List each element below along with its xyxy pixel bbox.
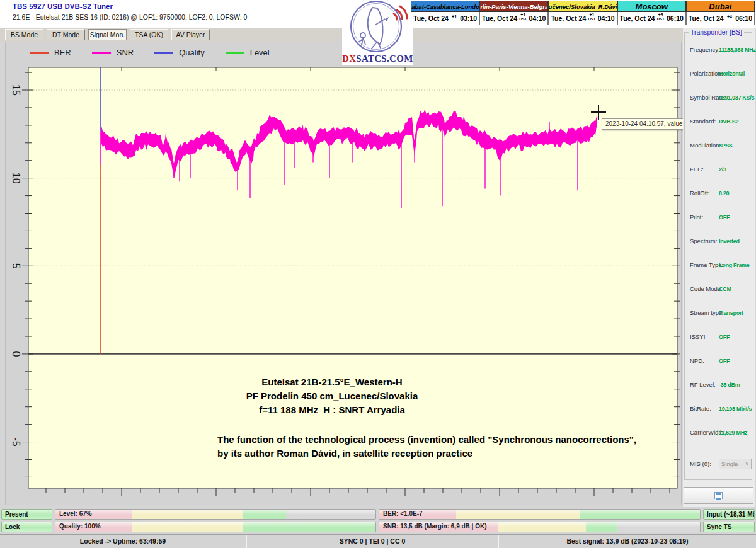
field-label: RollOff: bbox=[690, 190, 719, 197]
present-indicator: Present bbox=[1, 509, 52, 520]
clock-0: Rabat-Casablanca-LondonTue, Oct 24+103:1… bbox=[411, 1, 479, 26]
transponder-field-10: Code Mode:CCM bbox=[690, 285, 753, 292]
field-label: Code Mode: bbox=[690, 285, 719, 292]
status-best-signal: Best signal: 13,9 dB (2023-10-23 08:19) bbox=[498, 535, 756, 548]
clock-4: DubaiTue, Oct 24+406:10 bbox=[686, 1, 755, 26]
clock-time-value: 06:10 bbox=[667, 14, 684, 22]
svg-text:0: 0 bbox=[11, 351, 21, 357]
chart-footnote: The function of the technological proces… bbox=[217, 433, 665, 460]
quality-bar-segment bbox=[243, 522, 375, 532]
lock-indicator: Lock bbox=[1, 522, 52, 532]
tab-tsa-ok-[interactable]: TSA (OK) bbox=[130, 29, 168, 40]
field-value: 19,198 Mbit/s bbox=[719, 406, 752, 412]
tab-signal-mon-[interactable]: Signal Mon. bbox=[88, 29, 127, 40]
window-title: TBS 5927 USB DVB-S2 Tuner bbox=[13, 3, 113, 10]
world-clocks: Rabat-Casablanca-LondonTue, Oct 24+103:1… bbox=[411, 1, 755, 26]
level-bar-label: Level: 67% bbox=[59, 510, 92, 517]
transponder-field-0: Frequency:11188,368 MHz bbox=[690, 46, 753, 53]
chevron-down-icon: ∨ bbox=[745, 461, 749, 467]
transponder-field-11: Stream type:Transport bbox=[690, 309, 753, 316]
field-value: Inverted bbox=[719, 238, 740, 244]
ber-bar-segment bbox=[456, 510, 580, 519]
field-value: 11188,368 MHz bbox=[719, 47, 756, 53]
field-value: 2/3 bbox=[719, 166, 726, 173]
ber-bar-segment bbox=[580, 510, 700, 519]
transponder-field-3: Standard:DVB-S2 bbox=[690, 118, 753, 125]
clock-utc-offset: +1 bbox=[590, 13, 595, 17]
tbs-tuner-window: TBS 5927 USB DVB-S2 Tuner 21.6E - Eutels… bbox=[0, 0, 756, 548]
field-label: FEC: bbox=[690, 166, 719, 173]
clock-time-value: 04:10 bbox=[598, 14, 615, 22]
dxsatcs-logo: DXSATCS.COM bbox=[342, 0, 413, 65]
indicator-row-2: Lock Quality: 100% SNR: 13,5 dB (Margin:… bbox=[0, 522, 756, 532]
field-label: BitRate: bbox=[690, 405, 719, 412]
mis-label: MIS (0): bbox=[690, 460, 719, 467]
list-icon bbox=[714, 492, 723, 499]
clock-city-label: Berlin-Paris-Vienna-Belgrade bbox=[479, 1, 548, 12]
chart-annotation-block: Eutelsat 21B-21.5°E_Western-HPF Prodelin… bbox=[200, 375, 464, 417]
field-label: Symbol Rate: bbox=[690, 94, 719, 101]
clock-date: Tue, Oct 24 bbox=[482, 14, 517, 22]
transponder-field-14: RF Level:-35 dBm bbox=[690, 381, 753, 388]
sidebar-scroll-button[interactable] bbox=[684, 487, 753, 504]
status-bar: Locked -> Uptime: 63:49:59 SYNC 0 | TEI … bbox=[0, 534, 756, 548]
snr-bar-segment bbox=[586, 522, 616, 532]
ber-bar: BER: <1.0E-7 bbox=[379, 509, 701, 520]
clock-time-value: 03:10 bbox=[460, 14, 477, 22]
level-bar-segment bbox=[286, 510, 375, 519]
transponder-field-7: Pilot:OFF bbox=[690, 214, 753, 220]
clock-date: Tue, Oct 24 bbox=[551, 14, 586, 22]
clock-dst-flag: DST bbox=[657, 17, 665, 21]
clock-date: Tue, Oct 24 bbox=[413, 14, 449, 22]
clock-city-label: Moscow bbox=[617, 1, 686, 12]
svg-text:15: 15 bbox=[11, 84, 21, 96]
tab-bar: BS ModeDT ModeSignal Mon.TSA (OK)AV Play… bbox=[0, 28, 683, 42]
tab-dt-mode[interactable]: DT Mode bbox=[47, 29, 85, 40]
sync-ts-indicator: Sync TS bbox=[703, 522, 755, 532]
clock-time: Tue, Oct 24+1DST04:10 bbox=[479, 12, 548, 25]
clock-utc-offset: +3 bbox=[658, 13, 663, 17]
clock-utc-offset: +4 bbox=[727, 14, 732, 19]
clock-time: Tue, Oct 24+103:10 bbox=[411, 12, 479, 25]
signal-chart-panel: BERSNRQualityLevel -5051015 Eutelsat 21B… bbox=[5, 42, 682, 505]
field-label: CarrierWidth: bbox=[690, 429, 719, 436]
field-label: Standard: bbox=[690, 118, 719, 125]
quality-bar: Quality: 100% bbox=[55, 522, 376, 532]
mis-dropdown[interactable]: Single ∨ bbox=[719, 459, 752, 469]
field-value: 9691,037 KS/s bbox=[719, 94, 754, 101]
snr-bar-segment bbox=[617, 522, 700, 532]
clock-time: Tue, Oct 24+406:10 bbox=[686, 12, 755, 25]
field-label: Modulation: bbox=[690, 142, 719, 149]
transponder-field-13: NPD:OFF bbox=[690, 357, 753, 364]
field-label: Stream type: bbox=[690, 309, 719, 316]
clock-utc-offset: +1 bbox=[452, 14, 457, 19]
field-value: Long Frame bbox=[719, 262, 750, 268]
svg-text:5: 5 bbox=[11, 263, 21, 269]
quality-bar-label: Quality: 100% bbox=[59, 523, 101, 530]
snr-bar: SNR: 13,5 dB (Margin: 6,9 dB | OK) bbox=[379, 522, 701, 532]
clock-dst-flag: DST bbox=[588, 17, 595, 21]
transponder-field-9: Frame Type:Long Frame bbox=[690, 261, 753, 268]
transponder-sidebar: Transponder [BS] Frequency:11188,368 MHz… bbox=[683, 28, 755, 507]
clock-1: Berlin-Paris-Vienna-BelgradeTue, Oct 24+… bbox=[479, 1, 548, 26]
tab-av-player[interactable]: AV Player bbox=[171, 29, 210, 40]
field-value: CCM bbox=[719, 286, 731, 292]
field-label: RF Level: bbox=[690, 381, 719, 388]
clock-2: Lučenec/Slovakia_R.DávidTue, Oct 24+1DST… bbox=[548, 1, 617, 26]
crosshair-cursor-icon bbox=[591, 105, 606, 120]
transponder-field-16: CarrierWidth:11,629 MHz bbox=[690, 429, 753, 436]
transponder-field-2: Symbol Rate:9691,037 KS/s bbox=[690, 94, 753, 101]
footnote-line: The function of the technological proces… bbox=[217, 433, 665, 447]
tuner-subtitle: 21.6E - Eutelsat 21B SES 16 (ID: 0216) @… bbox=[13, 13, 247, 21]
field-value: Transport bbox=[719, 310, 743, 316]
tab-bs-mode[interactable]: BS Mode bbox=[5, 29, 43, 40]
level-bar: Level: 67% bbox=[55, 509, 376, 520]
snr-bar-label: SNR: 13,5 dB (Margin: 6,9 dB | OK) bbox=[383, 523, 486, 530]
transponder-field-5: FEC:2/3 bbox=[690, 166, 753, 173]
clock-utc-offset: +1 bbox=[520, 13, 525, 17]
mis-row: MIS (0): Single ∨ bbox=[690, 459, 753, 469]
clock-city-label: Lučenec/Slovakia_R.Dávid bbox=[548, 1, 617, 12]
field-value: 0.20 bbox=[719, 190, 729, 197]
annotation-line: Eutelsat 21B-21.5°E_Western-H bbox=[200, 375, 464, 389]
field-value: DVB-S2 bbox=[719, 118, 738, 125]
